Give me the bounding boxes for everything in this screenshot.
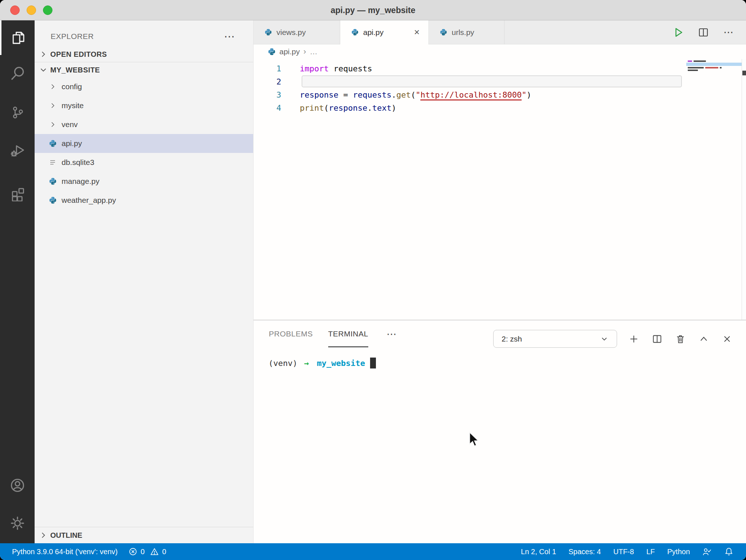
editor-scrollbar[interactable] (742, 59, 746, 320)
account-icon (9, 477, 26, 494)
status-indentation[interactable]: Spaces: 4 (569, 548, 601, 556)
panel-tab-terminal[interactable]: TERMINAL (328, 320, 368, 347)
chevron-right-icon (48, 120, 57, 129)
workspace-root-label: MY_WEBSITE (50, 66, 100, 74)
source-control-icon (10, 105, 25, 120)
tree-item-label: venv (62, 120, 78, 129)
outline-section-header[interactable]: OUTLINE (35, 527, 253, 543)
terminal-arrow: → (304, 359, 309, 368)
code-line-2-current: 2 (254, 75, 746, 88)
status-problems[interactable]: 0 0 (129, 547, 166, 556)
panel-header: PROBLEMS TERMINAL ⋯ 2: zsh (254, 320, 746, 347)
panel-more-actions-icon[interactable]: ⋯ (386, 328, 397, 340)
chevron-right-icon (48, 82, 57, 91)
tree-item-db-sqlite3[interactable]: db.sqlite3 (35, 153, 253, 172)
close-panel-button[interactable] (719, 334, 735, 344)
code-token-url[interactable]: http://localhost:8000 (420, 90, 522, 100)
open-editors-label: OPEN EDITORS (50, 50, 107, 59)
code-token: . (392, 90, 396, 99)
sidebar-title: EXPLORER (51, 32, 94, 41)
database-file-icon (48, 158, 57, 167)
status-python-interpreter[interactable]: Python 3.9.0 64-bit ('venv': venv) (12, 548, 118, 556)
tree-item-manage-py[interactable]: manage.py (35, 172, 253, 191)
more-actions-icon[interactable]: ⋯ (721, 26, 737, 38)
status-cursor-position[interactable]: Ln 2, Col 1 (521, 548, 556, 556)
titlebar: api.py — my_website (0, 0, 746, 20)
code-token: requests (353, 90, 392, 99)
tab-views-py[interactable]: views.py (254, 20, 340, 44)
code-line-3: 3 response = requests.get("http://localh… (254, 88, 746, 101)
tree-item-mysite[interactable]: mysite (35, 96, 253, 115)
chevron-right-icon (39, 531, 47, 539)
tree-item-venv[interactable]: venv (35, 115, 253, 134)
activity-search-button[interactable] (0, 56, 35, 90)
minimap[interactable] (686, 59, 742, 320)
maximize-panel-button[interactable] (696, 334, 712, 344)
tree-item-label: config (62, 82, 82, 91)
tab-urls-py[interactable]: urls.py (429, 20, 504, 44)
chevron-right-icon (48, 101, 57, 110)
line-number: 1 (254, 64, 284, 73)
explorer-sidebar: EXPLORER ⋯ OPEN EDITORS MY_WEBSITE (35, 20, 254, 543)
code-token: response (329, 103, 367, 113)
bottom-panel: PROBLEMS TERMINAL ⋯ 2: zsh (254, 320, 746, 543)
terminal-cursor (370, 358, 376, 368)
activity-extensions-button[interactable] (0, 176, 35, 210)
code-editor[interactable]: 1 import requests 2 3 response = request… (254, 59, 746, 320)
status-eol[interactable]: LF (646, 548, 655, 556)
activity-settings-button[interactable] (0, 506, 35, 540)
feedback-icon[interactable] (702, 547, 712, 556)
breadcrumb-file[interactable]: api.py (279, 47, 300, 56)
outline-label: OUTLINE (50, 531, 82, 540)
code-token: ) (527, 90, 531, 99)
status-language-mode[interactable]: Python (667, 548, 690, 556)
chevron-down-icon (39, 66, 47, 74)
line-number: 2 (254, 77, 284, 86)
activity-run-debug-button[interactable] (0, 133, 35, 167)
open-editors-section-header[interactable]: OPEN EDITORS (35, 47, 253, 62)
tab-api-py[interactable]: api.py × (340, 20, 429, 44)
activity-source-control-button[interactable] (0, 95, 35, 130)
tree-item-label: db.sqlite3 (62, 158, 94, 167)
sidebar-more-actions-button[interactable]: ⋯ (224, 30, 236, 43)
notifications-bell-icon[interactable] (724, 547, 734, 556)
overview-ruler-cursor-mark (742, 71, 746, 75)
code-token: ) (392, 103, 396, 113)
code-token: ( (411, 90, 416, 99)
breadcrumb-more[interactable]: … (310, 47, 318, 56)
error-icon (129, 547, 137, 556)
code-token: ( (324, 103, 329, 113)
current-line-highlight (302, 75, 682, 87)
split-terminal-button[interactable] (649, 334, 665, 344)
split-editor-button[interactable] (695, 27, 712, 38)
panel-tab-problems[interactable]: PROBLEMS (269, 320, 313, 347)
terminal[interactable]: (venv) → my_website (254, 347, 746, 543)
tree-item-label: api.py (62, 139, 82, 148)
activity-accounts-button[interactable] (0, 468, 35, 502)
kill-terminal-trash-button[interactable] (672, 334, 688, 344)
error-count: 0 (141, 548, 145, 556)
code-token: " (416, 90, 420, 99)
breadcrumb-separator: › (303, 47, 306, 56)
python-icon (440, 28, 447, 36)
workspace-root-header[interactable]: MY_WEBSITE (35, 63, 253, 77)
terminal-prompt: (venv) → my_website (268, 358, 746, 368)
close-tab-icon[interactable]: × (412, 27, 422, 38)
file-tree: config mysite venv (35, 77, 253, 210)
python-icon (264, 28, 272, 36)
tree-item-weather-app-py[interactable]: weather_app.py (35, 191, 253, 210)
editor-tabs: views.py api.py × (254, 20, 746, 44)
tree-item-label: manage.py (62, 177, 99, 186)
terminal-shell-select[interactable]: 2: zsh (493, 330, 617, 348)
status-encoding[interactable]: UTF-8 (613, 548, 634, 556)
breadcrumb: api.py › … (254, 44, 746, 59)
terminal-controls: 2: zsh (493, 330, 735, 348)
window-title: api.py — my_website (0, 0, 746, 20)
editor-area: views.py api.py × (254, 20, 746, 543)
new-terminal-button[interactable] (626, 334, 642, 344)
tree-item-api-py[interactable]: api.py (35, 134, 253, 153)
activity-explorer-button[interactable] (0, 20, 35, 55)
minimap-current-line (686, 63, 742, 66)
run-file-button[interactable] (670, 26, 686, 39)
tree-item-config[interactable]: config (35, 77, 253, 96)
